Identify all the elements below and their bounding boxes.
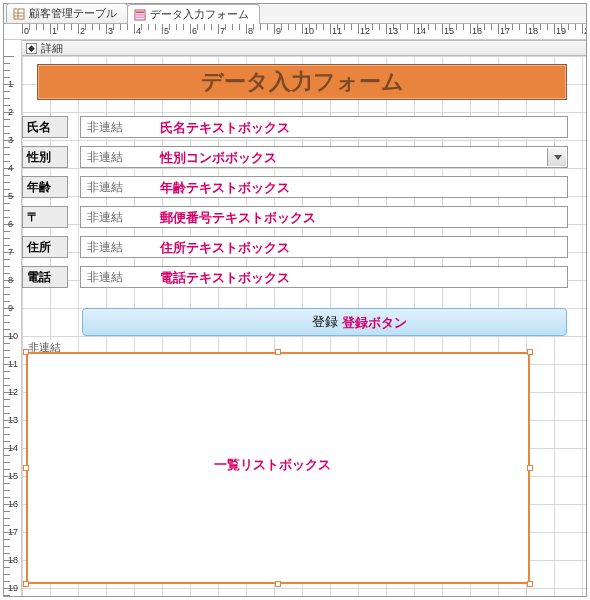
tab-bar: 顧客管理テーブル データ入力フォーム <box>4 4 586 24</box>
field-annotation-2: 年齢テキストボックス <box>160 179 290 197</box>
field-label-5[interactable]: 電話 <box>22 266 68 288</box>
text-input-5[interactable]: 非連結 <box>80 266 568 288</box>
form-icon <box>134 9 146 21</box>
chevron-down-icon <box>554 155 562 160</box>
gender-combobox[interactable]: 非連結 <box>80 146 568 168</box>
table-icon <box>13 8 25 20</box>
field-label-0[interactable]: 氏名 <box>22 116 68 138</box>
section-header-detail[interactable]: ◆ 詳細 <box>22 40 586 56</box>
list-box-annotation: 一覧リストボックス <box>214 456 331 474</box>
form-title-text: データ入力フォーム <box>201 67 404 97</box>
svg-rect-0 <box>14 9 24 19</box>
svg-rect-7 <box>136 16 144 18</box>
register-button[interactable]: 登録 <box>82 308 567 336</box>
field-annotation-3: 郵便番号テキストボックス <box>160 209 316 227</box>
field-label-4[interactable]: 住所 <box>22 236 68 258</box>
svg-rect-5 <box>136 11 144 13</box>
text-input-2[interactable]: 非連結 <box>80 176 568 198</box>
field-label-3[interactable]: 〒 <box>22 206 68 228</box>
text-input-4[interactable]: 非連結 <box>80 236 568 258</box>
register-button-annotation: 登録ボタン <box>342 314 407 332</box>
form-title-banner[interactable]: データ入力フォーム <box>37 64 567 100</box>
tab-table[interactable]: 顧客管理テーブル <box>6 3 128 23</box>
vruler: 12345678910111213141516171819 <box>4 40 22 596</box>
tab-label: データ入力フォーム <box>150 7 249 22</box>
register-button-label: 登録 <box>312 313 338 331</box>
field-annotation-0: 氏名テキストボックス <box>160 119 290 137</box>
text-input-3[interactable]: 非連結 <box>80 206 568 228</box>
svg-rect-6 <box>136 14 144 16</box>
hruler: 01234567891011121314151617181920 <box>4 24 586 40</box>
section-label: 詳細 <box>41 41 63 56</box>
field-annotation-5: 電話テキストボックス <box>160 269 290 287</box>
tab-form[interactable]: データ入力フォーム <box>127 4 260 24</box>
text-input-0[interactable]: 非連結 <box>80 116 568 138</box>
disclosure-icon[interactable]: ◆ <box>26 43 37 54</box>
tab-label: 顧客管理テーブル <box>29 6 117 21</box>
field-annotation-1: 性別コンボボックス <box>160 149 277 167</box>
field-label-2[interactable]: 年齢 <box>22 176 68 198</box>
field-label-1[interactable]: 性別 <box>22 146 68 168</box>
field-annotation-4: 住所テキストボックス <box>160 239 290 257</box>
